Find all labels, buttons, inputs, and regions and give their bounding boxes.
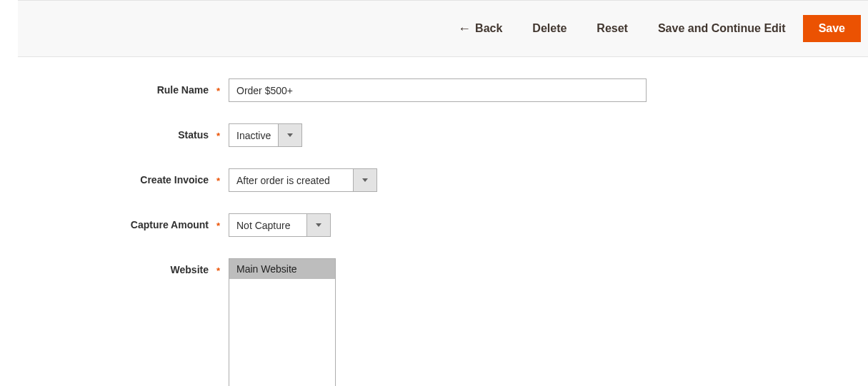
field-website: Website * Main Website <box>0 258 868 386</box>
save-continue-button[interactable]: Save and Continue Edit <box>645 16 799 41</box>
status-select-value: Inactive <box>229 124 278 146</box>
website-multiselect[interactable]: Main Website <box>229 258 336 386</box>
capture-amount-select-toggle[interactable] <box>306 214 330 236</box>
required-marker: * <box>216 176 220 186</box>
save-continue-button-label: Save and Continue Edit <box>658 22 786 35</box>
website-label-wrap: Website * <box>0 258 229 275</box>
capture-amount-label: Capture Amount <box>131 219 209 230</box>
create-invoice-label-wrap: Create Invoice * <box>0 168 229 186</box>
capture-amount-select-value: Not Capture <box>229 214 306 236</box>
create-invoice-label: Create Invoice <box>140 174 209 186</box>
status-label-wrap: Status * <box>0 123 229 141</box>
delete-button[interactable]: Delete <box>519 16 579 41</box>
delete-button-label: Delete <box>532 22 567 35</box>
reset-button-label: Reset <box>597 22 628 35</box>
back-button-label: Back <box>475 22 502 35</box>
capture-amount-select[interactable]: Not Capture <box>229 213 331 237</box>
form-area: Rule Name * Status * Inactive Create Inv… <box>0 57 868 386</box>
required-marker: * <box>216 220 220 231</box>
field-create-invoice: Create Invoice * After order is created <box>0 168 868 192</box>
rule-name-input[interactable] <box>229 78 647 102</box>
status-select[interactable]: Inactive <box>229 123 302 147</box>
save-button[interactable]: Save <box>803 15 861 42</box>
caret-down-icon <box>362 178 368 182</box>
create-invoice-select-toggle[interactable] <box>353 169 376 191</box>
field-rule-name: Rule Name * <box>0 78 868 102</box>
required-marker: * <box>216 265 220 276</box>
save-button-label: Save <box>819 22 845 35</box>
back-button[interactable]: ← Back <box>445 16 515 41</box>
rule-name-label-wrap: Rule Name * <box>0 78 229 96</box>
field-capture-amount: Capture Amount * Not Capture <box>0 213 868 237</box>
caret-down-icon <box>287 133 293 137</box>
page-actions-toolbar: ← Back Delete Reset Save and Continue Ed… <box>18 0 868 57</box>
arrow-left-icon: ← <box>458 22 471 35</box>
reset-button[interactable]: Reset <box>584 16 641 41</box>
capture-amount-label-wrap: Capture Amount * <box>0 213 229 230</box>
create-invoice-select[interactable]: After order is created <box>229 168 377 192</box>
status-select-toggle[interactable] <box>278 124 301 146</box>
required-marker: * <box>216 86 220 96</box>
website-label: Website <box>171 264 209 275</box>
rule-name-label: Rule Name <box>157 84 209 96</box>
create-invoice-select-value: After order is created <box>229 169 353 191</box>
required-marker: * <box>216 131 220 141</box>
caret-down-icon <box>316 223 321 227</box>
status-label: Status <box>178 129 209 141</box>
website-option[interactable]: Main Website <box>229 259 335 279</box>
field-status: Status * Inactive <box>0 123 868 147</box>
